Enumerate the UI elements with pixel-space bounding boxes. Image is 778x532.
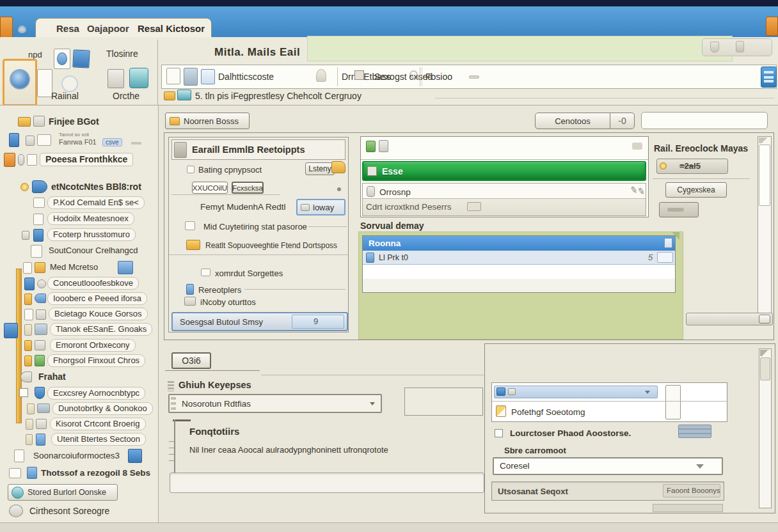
lourctoser-checkbox[interactable] — [495, 429, 503, 437]
server-row-2[interactable] — [363, 265, 675, 279]
account-row2-label[interactable]: Orrosnp — [379, 187, 411, 197]
cygexskea-button[interactable]: Cygexskea — [665, 182, 727, 198]
sidebar-item-hodoilx[interactable]: Hodoilx Meatesnoex — [0, 212, 159, 227]
clock-icon[interactable] — [736, 41, 744, 52]
tab-resa[interactable]: Resa — [56, 23, 79, 34]
toolbar-row2-text[interactable]: 5. tln pis iFegprestlesy Chehcolt Cergru… — [195, 91, 361, 101]
server-row-1[interactable] — [363, 251, 675, 265]
app-title: Mitla. Mails Eail — [214, 46, 300, 59]
small-disabled-button[interactable] — [659, 202, 699, 217]
incoby-label[interactable]: iNcoby oturttos — [200, 297, 256, 307]
toolbar-blue-button[interactable] — [761, 66, 777, 88]
connect-button[interactable]: Cenotoos — [535, 113, 610, 129]
toolbar-dropdown-dash[interactable] — [469, 75, 479, 79]
table-icon — [35, 340, 45, 350]
sidebar-item-poeesa[interactable]: Poeesa Fronthkkce — [0, 152, 159, 169]
bucket-icon[interactable] — [129, 68, 148, 88]
strip-icon — [26, 419, 33, 430]
flask-icon[interactable] — [710, 42, 719, 52]
window-control-button[interactable] — [766, 17, 778, 36]
sidebar-stored-button[interactable]: Stored Burlorl Oonske — [8, 484, 118, 501]
mini-white-button[interactable] — [665, 385, 681, 419]
archive-cabinet-icon[interactable] — [184, 68, 198, 86]
new-folder-button[interactable]: Noorren Bosss — [165, 113, 250, 129]
sidebar-item-ecxcsrey[interactable]: Ecxcsrey Aornocnbtypc — [0, 387, 159, 402]
sidebar-item-soonarcoiu[interactable]: Soonarcoiuformoctes3 — [0, 449, 159, 465]
sidebar-item-tlanok[interactable]: Tlanok eESanE. Gnoaks — [0, 323, 159, 338]
toolbar-button-label[interactable]: Dalhtticscoste — [218, 72, 274, 82]
lourctoser-label[interactable]: Lourctoser Phaod Aoostorse. — [510, 428, 631, 438]
sidebar-item-med[interactable]: Med Mcretso — [0, 261, 159, 276]
account-selected-checkbox[interactable] — [367, 166, 377, 176]
splitter-button[interactable] — [759, 315, 770, 324]
group-divider-1 — [171, 194, 280, 195]
sidebar-item-etncotcntes[interactable]: etNcotcNtes BBl8:rot — [0, 180, 159, 196]
tag-icon — [24, 340, 32, 351]
keyset-icon — [168, 381, 174, 391]
combo-dropdown-arrow[interactable] — [370, 402, 375, 405]
bottom-sunken-field[interactable] — [170, 473, 484, 493]
empty-option-box[interactable] — [404, 387, 483, 416]
coresel-dropdown-arrow[interactable] — [696, 464, 704, 469]
sidebar-item-ioooberc[interactable]: Ioooberc e Peeed iforsa — [0, 292, 159, 307]
rereotplers-label[interactable]: Rereotplers — [198, 285, 241, 295]
table-grid-icon[interactable] — [201, 69, 215, 84]
blank-toolbar-button[interactable] — [166, 68, 180, 84]
sidebar-item-fcoterp[interactable]: Fcoterp hrusstomuro — [0, 228, 159, 243]
pofethgf-row-label[interactable]: Pofethgf Soeotomg — [511, 407, 585, 417]
right-panel-field-value: =2al5 — [679, 161, 701, 171]
loway-button[interactable]: loway — [296, 199, 345, 215]
sidebar-item-finjee[interactable]: Finjee BGot — [0, 115, 159, 129]
o3i6-button[interactable]: O3i6 — [171, 352, 211, 369]
clip-icon — [22, 231, 29, 240]
tab-oajapoor[interactable]: Oajapoor — [87, 23, 129, 34]
sidebar-item-thotssof[interactable]: Thotssof a rezogoil 8 Sebs — [0, 467, 159, 483]
server-doc-icon — [366, 253, 374, 263]
fcxscksa-button[interactable]: Fcxscksa — [232, 182, 264, 194]
sidebar-item-fanrwa[interactable]: Tanrot so xcti Fanrwa F01 csve — [0, 132, 159, 150]
lsteny-button[interactable]: Lsteny — [305, 162, 335, 175]
mini-address-bar[interactable] — [494, 386, 658, 398]
signal-bar-label: Soesgsal Butoul Smsy — [180, 317, 263, 327]
sidebar-item-kisorot[interactable]: Kisorot Crtcont Broerig — [0, 418, 159, 432]
blank-square-icon[interactable] — [107, 69, 124, 88]
sidebar-item-emoront[interactable]: Emoront Orbxecony — [0, 339, 159, 354]
mid-row-label[interactable]: Mid Cuytetiring stat pasoroe — [203, 222, 307, 231]
quick-search-field[interactable] — [641, 112, 768, 129]
sidebar-item-label: Bcietago Kouce Gorsos — [49, 308, 148, 320]
server-row-3[interactable] — [363, 279, 675, 292]
sidebar-item-fhorgsol[interactable]: Fhorgsol Finxout Chros — [0, 354, 159, 369]
toolbar-dropdown-label[interactable]: Fosioo — [425, 72, 452, 82]
sidebar-item-cirthesont[interactable]: Cirthesont Soreogre — [0, 505, 159, 520]
tag-icon — [24, 356, 32, 366]
sidebar-item-label: Hodoilx Meatesnoex — [47, 212, 134, 225]
sidebar-item-bcietago[interactable]: Bcietago Kouce Gorsos — [0, 308, 159, 322]
status-dot-icon — [660, 162, 667, 169]
sidebar-item-label: P.Kod Cemald En$ se< — [47, 196, 145, 209]
server-list-header[interactable] — [363, 236, 675, 251]
address-dropdown-arrow[interactable] — [645, 391, 650, 394]
femyt-label: Femyt MudenhA Redtl — [200, 202, 286, 212]
toolbar-sep-1 — [337, 67, 338, 86]
sidebar-item-pkod[interactable]: P.Kod Cemald En$ se< — [0, 196, 159, 211]
keyset-combo-value: Nosorotun Rdtfias — [182, 399, 251, 409]
reatlt-row-label[interactable]: Reatlt Sopuoveeghtie Ftend Dortsposs — [205, 241, 337, 250]
sidebar-item-soutconour[interactable]: SoutConour Crelhangcd — [0, 244, 159, 259]
main-scrollbar-thumb[interactable] — [759, 145, 770, 206]
tab-resal-kictosor[interactable]: Resal Kictosor — [138, 23, 205, 34]
xxucoilu-button[interactable]: XXUCOilU — [192, 182, 228, 194]
options-scrollbar-thumb[interactable] — [760, 357, 770, 380]
sidebar-item-dunotobrtky[interactable]: Dunotobrtky & Oonokoo — [0, 402, 159, 417]
sidebar-section-frahat[interactable]: Frahat — [0, 371, 159, 386]
sidebar-item-conceutloo[interactable]: Conceutlooofesbkove — [0, 277, 159, 292]
note-blue-icon[interactable] — [72, 49, 90, 68]
sidebar-item-utenit[interactable]: Utenit Btertes Sectoon — [0, 433, 159, 448]
toolbar-checkbox[interactable] — [354, 70, 364, 80]
ribbon-green-panel — [307, 36, 733, 61]
item-checkbox[interactable] — [19, 388, 28, 397]
xomrdut-label[interactable]: xomrdut Sorgettes — [215, 269, 283, 278]
connect-badge-button[interactable]: -0 — [610, 113, 635, 129]
account-selected-row[interactable] — [362, 161, 646, 181]
folder-open-icon[interactable] — [331, 161, 345, 173]
toolbar-checkbox-label[interactable]: Sexogst cxsed — [374, 72, 433, 82]
